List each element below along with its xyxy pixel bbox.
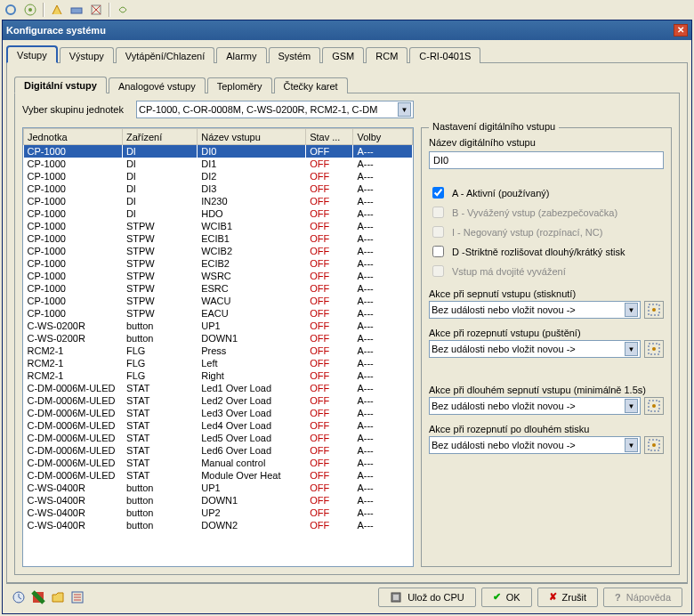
main-panel: Digitální vstupyAnalogové vstupyTeploměr…: [6, 63, 688, 583]
table-row[interactable]: C-WS-0400RbuttonUP2OFFA---: [24, 507, 413, 519]
chevron-down-icon: ▼: [625, 438, 638, 452]
action-press-edit-button[interactable]: [644, 301, 664, 319]
main-tab-7[interactable]: C-RI-0401S: [409, 47, 480, 63]
checkbox-a[interactable]: A - Aktivní (používaný): [429, 184, 664, 201]
x-icon: ✘: [549, 591, 557, 603]
main-tab-1[interactable]: Výstupy: [60, 47, 114, 63]
table-row[interactable]: C-WS-0200RbuttonDOWN1OFFA---: [24, 332, 413, 344]
table-row[interactable]: C-WS-0400RbuttonDOWN1OFFA---: [24, 494, 413, 507]
table-row[interactable]: CP-1000DIDI1OFFA---: [24, 158, 413, 170]
client-area: VstupyVýstupyVytápění/ChlazeníAlarmySyst…: [3, 40, 691, 613]
table-row[interactable]: C-DM-0006M-ULEDSTATModule Over HeatOFFA-…: [24, 469, 413, 482]
ok-button[interactable]: ✔OK: [481, 588, 532, 607]
table-row[interactable]: RCM2-1FLGLeftOFFA---: [24, 357, 413, 369]
svg-rect-3: [71, 8, 82, 13]
settings-box: Název digitálního vstupu DI0 A - Aktivní…: [421, 127, 672, 567]
table-row[interactable]: RCM2-1FLGRightOFFA---: [24, 369, 413, 382]
main-tabs: VstupyVýstupyVytápění/ChlazeníAlarmySyst…: [6, 44, 688, 63]
main-tab-2[interactable]: Vytápění/Chlazení: [116, 47, 214, 63]
action-release-combo[interactable]: Bez události nebo vložit novou ->▼: [429, 340, 641, 358]
table-row[interactable]: CP-1000STPWWACUOFFA---: [24, 295, 413, 307]
action-release-edit-button[interactable]: [644, 340, 664, 358]
clock-icon[interactable]: [12, 590, 26, 604]
table-row[interactable]: C-DM-0006M-ULEDSTATManual controlOFFA---: [24, 457, 413, 469]
sub-panel: Vyber skupinu jednotek CP-1000, C-OR-000…: [14, 93, 680, 575]
table-row[interactable]: CP-1000DIIN230OFFA---: [24, 195, 413, 207]
main-tab-3[interactable]: Alarmy: [216, 47, 266, 63]
right-column: Název digitálního vstupu DI0 A - Aktivní…: [421, 127, 672, 567]
tool-icon-2[interactable]: [23, 3, 37, 17]
table-row[interactable]: CP-1000STPWESRCOFFA---: [24, 282, 413, 295]
checkbox-d[interactable]: D -Striktně rozlišovat dlouhý/krátký sti…: [429, 243, 664, 260]
table-row[interactable]: CP-1000STPWEACUOFFA---: [24, 307, 413, 320]
tool-icon-6[interactable]: [116, 3, 130, 17]
table-row[interactable]: CP-1000STPWECIB1OFFA---: [24, 232, 413, 245]
table-row[interactable]: CP-1000DIDI3OFFA---: [24, 182, 413, 195]
grid-wrapper[interactable]: JednotkaZařízeníNázev vstupuStav ...Volb…: [22, 127, 414, 567]
table-row[interactable]: C-DM-0006M-ULEDSTATLed5 Over LoadOFFA---: [24, 432, 413, 444]
action-press-combo[interactable]: Bez události nebo vložit novou ->▼: [429, 301, 641, 319]
tool-icon-4[interactable]: [69, 3, 84, 17]
checkbox-b: B - Vyvážený vstup (zabezpečovačka): [429, 204, 664, 221]
sub-tab-1[interactable]: Analogové vstupy: [109, 77, 206, 93]
tool-icon-3[interactable]: [50, 3, 64, 17]
table-row[interactable]: RCM2-1FLGPressOFFA---: [24, 344, 413, 357]
col-header[interactable]: Volby: [353, 129, 413, 145]
save-button[interactable]: Ulož do CPU: [378, 588, 476, 607]
list-icon[interactable]: [70, 590, 85, 604]
folder-icon[interactable]: [51, 590, 65, 604]
sub-tab-3[interactable]: Čtečky karet: [274, 77, 348, 93]
table-row[interactable]: C-DM-0006M-ULEDSTATLed6 Over LoadOFFA---: [24, 444, 413, 457]
sub-tab-0[interactable]: Digitální vstupy: [14, 77, 107, 93]
tool-icon-5[interactable]: [89, 3, 103, 17]
main-tab-4[interactable]: Systém: [269, 47, 321, 63]
table-row[interactable]: CP-1000DIHDOOFFA---: [24, 207, 413, 220]
table-row[interactable]: C-WS-0200RbuttonUP1OFFA---: [24, 320, 413, 332]
close-button[interactable]: ✕: [674, 24, 688, 36]
action-longpress-edit-button[interactable]: [644, 397, 664, 415]
window-title: Konfigurace systému: [6, 25, 106, 36]
separator: [109, 3, 110, 17]
group-select-value: CP-1000, C-OR-0008M, C-WS-0200R, RCM2-1,…: [139, 104, 377, 115]
chevron-down-icon: ▼: [625, 399, 638, 413]
table-row[interactable]: C-DM-0006M-ULEDSTATLed2 Over LoadOFFA---: [24, 394, 413, 407]
chevron-down-icon: ▼: [398, 102, 411, 117]
svg-point-6: [652, 308, 656, 312]
col-header[interactable]: Název vstupu: [198, 129, 306, 145]
action-longrelease-combo[interactable]: Bez události nebo vložit novou ->▼: [429, 436, 641, 454]
table-row[interactable]: C-DM-0006M-ULEDSTATLed4 Over LoadOFFA---: [24, 419, 413, 432]
help-button[interactable]: ?Nápověda: [603, 588, 682, 607]
table-row[interactable]: CP-1000STPWWCIB2OFFA---: [24, 245, 413, 257]
svg-point-0: [6, 5, 15, 14]
action-longrelease-edit-button[interactable]: [644, 436, 664, 454]
col-header[interactable]: Stav ...: [306, 129, 353, 145]
chip-icon: [390, 591, 402, 604]
table-row[interactable]: C-DM-0006M-ULEDSTATLed1 Over LoadOFFA---: [24, 382, 413, 394]
col-header[interactable]: Zařízení: [122, 129, 197, 145]
app-toolbar: [0, 0, 694, 20]
left-column: JednotkaZařízeníNázev vstupuStav ...Volb…: [22, 127, 414, 567]
table-row[interactable]: C-WS-0400RbuttonDOWN2OFFA---: [24, 519, 413, 531]
col-header[interactable]: Jednotka: [24, 129, 123, 145]
main-tab-6[interactable]: RCM: [366, 47, 408, 63]
cancel-button[interactable]: ✘Zrušit: [537, 588, 599, 607]
table-row[interactable]: CP-1000STPWWSRCOFFA---: [24, 270, 413, 282]
main-tab-5[interactable]: GSM: [322, 47, 364, 63]
table-row[interactable]: CP-1000STPWECIB2OFFA---: [24, 257, 413, 270]
tool-icon-1[interactable]: [4, 3, 18, 17]
table-row[interactable]: CP-1000STPWWCIB1OFFA---: [24, 220, 413, 232]
main-tab-0[interactable]: Vstupy: [6, 45, 58, 63]
table-row[interactable]: C-WS-0400RbuttonUP1OFFA---: [24, 482, 413, 494]
name-label: Název digitálního vstupu: [429, 137, 664, 148]
checkbox-i: I - Negovaný vstup (rozpínací, NC): [429, 223, 664, 240]
flag-icon[interactable]: [31, 590, 45, 604]
table-row[interactable]: CP-1000DIDI0OFFA---: [24, 145, 413, 158]
sub-tab-2[interactable]: Teploměry: [207, 77, 272, 93]
name-input[interactable]: DI0: [429, 151, 664, 169]
group-select-combo[interactable]: CP-1000, C-OR-0008M, C-WS-0200R, RCM2-1,…: [136, 101, 414, 118]
table-row[interactable]: CP-1000DIDI2OFFA---: [24, 170, 413, 182]
action-longpress-combo[interactable]: Bez události nebo vložit novou ->▼: [429, 397, 641, 415]
separator: [43, 3, 44, 17]
bottom-bar: Ulož do CPU ✔OK ✘Zrušit ?Nápověda: [6, 583, 688, 610]
table-row[interactable]: C-DM-0006M-ULEDSTATLed3 Over LoadOFFA---: [24, 407, 413, 419]
